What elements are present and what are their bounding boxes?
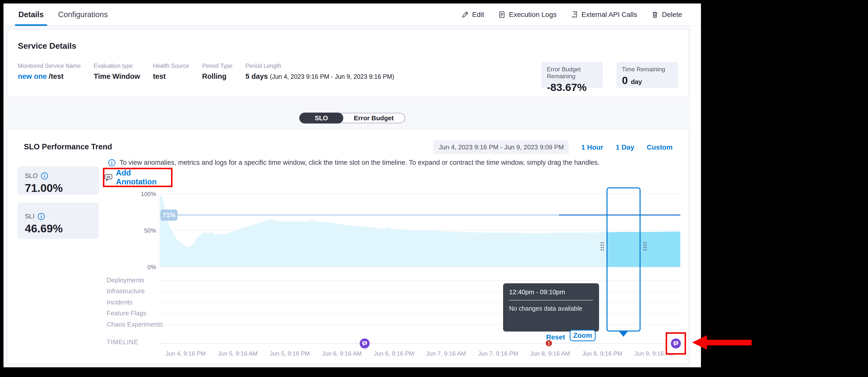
x-tick-label: Jun 7, 9:16 PM — [472, 350, 524, 357]
time-remaining-unit: day — [631, 78, 642, 86]
timeline-track[interactable] — [160, 343, 680, 344]
zoom-button[interactable]: Zoom — [570, 330, 595, 341]
ytick-100: 100% — [139, 191, 156, 197]
time-remaining-card: Time Remaining 0 day — [616, 62, 678, 88]
trash-icon — [651, 11, 659, 19]
timeline-label: TIMELINE — [106, 338, 138, 346]
row-label: Infrastructure — [106, 287, 145, 295]
row-track[interactable] — [160, 313, 679, 314]
delete-label: Delete — [662, 11, 682, 19]
x-tick-label: Jun 5, 9:16 AM — [212, 350, 264, 357]
execution-logs-label: Execution Logs — [509, 11, 556, 19]
view-toggle: SLO Error Budget — [299, 113, 405, 123]
x-tick-label: Jun 4, 9:16 PM — [160, 350, 212, 357]
ytick-50: 50% — [139, 227, 156, 234]
info-icon — [108, 159, 116, 166]
field-period-length: Period Length 5 days (Jun 4, 2023 9:16 P… — [245, 63, 394, 81]
x-tick-label: Jun 5, 9:16 PM — [264, 350, 316, 357]
tooltip-message: No changes data available — [509, 305, 593, 312]
objective-badge: 71% — [161, 210, 178, 221]
error-event-icon[interactable] — [546, 340, 552, 346]
document-icon — [498, 11, 506, 19]
toggle-slo[interactable]: SLO — [299, 113, 343, 124]
row-track[interactable] — [160, 280, 679, 281]
field-evaluation-type: Evaluation type Time Window — [94, 63, 140, 81]
comment-icon — [104, 174, 113, 181]
toggle-error-budget[interactable]: Error Budget — [343, 113, 405, 123]
left-drag-handle[interactable] — [600, 241, 604, 251]
tabs: Details Configurations — [19, 3, 108, 26]
error-budget-remaining-card: Error Budget Remaining -83.67% — [541, 62, 603, 88]
field-monitored-service: Monitored Service Name new one /test — [18, 63, 81, 81]
add-annotation-button[interactable]: Add Annotation — [116, 168, 171, 186]
tab-details[interactable]: Details — [19, 3, 44, 26]
sli-info-icon[interactable] — [37, 213, 45, 220]
external-api-calls-button[interactable]: API External API Calls — [570, 11, 637, 19]
row-label: Chaos Experiments — [106, 321, 163, 328]
changes-tooltip: 12:40pm - 09:10pm No changes data availa… — [503, 283, 599, 332]
service-details-title: Service Details — [18, 41, 76, 51]
slo-kpi-label: SLO — [25, 172, 38, 180]
slo-performance-trend-card: SLO Performance Trend Jun 4, 2023 9:16 P… — [7, 129, 688, 364]
monitored-service-link[interactable]: new one — [18, 72, 47, 80]
delete-button[interactable]: Delete — [651, 11, 682, 19]
error-budget-value: -83.67% — [547, 81, 597, 93]
annotation-icon-1[interactable] — [360, 338, 370, 349]
slo-kpi-card: SLO 71.00% — [18, 166, 99, 195]
external-api-calls-label: External API Calls — [581, 11, 637, 19]
service-details-card: Service Details Monitored Service Name n… — [7, 29, 688, 97]
selection-pointer — [619, 332, 628, 337]
time-window-selection[interactable] — [607, 187, 641, 332]
x-axis-labels: Jun 4, 9:16 PMJun 5, 9:16 AMJun 5, 9:16 … — [160, 350, 680, 357]
red-arrow-shaft — [707, 340, 752, 345]
x-tick-label: Jun 7, 9:16 AM — [420, 350, 472, 357]
svg-text:API: API — [572, 15, 576, 18]
sli-kpi-card: SLI 46.69% — [18, 202, 99, 239]
header-actions: Edit Execution Logs API External API Cal… — [461, 3, 682, 26]
edit-label: Edit — [472, 11, 484, 19]
annotation-highlight-box — [666, 332, 686, 355]
pencil-icon — [461, 11, 469, 19]
info-text: To view anomalies, metrics and logs for … — [120, 159, 599, 166]
tab-configurations[interactable]: Configurations — [58, 3, 108, 26]
date-range-chip[interactable]: Jun 4, 2023 9:16 PM - Jun 9, 2023 9:09 P… — [434, 140, 569, 154]
sli-area-chart[interactable] — [160, 189, 680, 271]
trend-title: SLO Performance Trend — [24, 143, 112, 151]
time-remaining-value: 0 day — [622, 74, 673, 87]
x-tick-label: Jun 6, 9:16 AM — [316, 350, 368, 357]
scrollbar-track[interactable] — [690, 26, 701, 367]
add-annotation-highlight: Add Annotation — [103, 168, 173, 187]
row-track[interactable] — [160, 324, 679, 325]
slo-kpi-value: 71.00% — [25, 182, 91, 195]
period-length-range: (Jun 4, 2023 9:16 PM - Jun 9, 2023 9:16 … — [270, 73, 394, 80]
row-label: Feature Flags — [106, 309, 146, 317]
app-window: Details Configurations Edit Execution Lo… — [3, 3, 701, 367]
x-tick-label: Jun 6, 9:16 PM — [368, 350, 420, 357]
monitored-service-suffix: /test — [49, 72, 64, 80]
x-tick-label: Jun 8, 9:16 PM — [576, 350, 628, 357]
field-period-type: Period Type Rolling — [202, 63, 232, 81]
row-label: Deployments — [106, 276, 145, 284]
range-button-1-day[interactable]: 1 Day — [616, 144, 634, 151]
range-button-custom[interactable]: Custom — [647, 144, 673, 151]
tooltip-time-range: 12:40pm - 09:10pm — [509, 288, 593, 296]
slo-info-icon[interactable] — [41, 172, 48, 180]
sli-kpi-label: SLI — [25, 213, 35, 220]
x-tick-label: Jun 8, 9:16 AM — [524, 350, 577, 357]
edit-button[interactable]: Edit — [461, 11, 484, 19]
tooltip-divider — [509, 300, 593, 301]
info-banner: To view anomalies, metrics and logs for … — [108, 159, 599, 166]
annotation-icon-2[interactable] — [671, 338, 681, 349]
sli-kpi-value: 46.69% — [25, 222, 91, 235]
field-health-source: Health Source test — [153, 63, 189, 81]
service-details-fields: Monitored Service Name new one /test Eva… — [18, 63, 394, 81]
red-arrow-icon — [692, 335, 707, 350]
range-button-1-hour[interactable]: 1 Hour — [581, 144, 603, 151]
execution-logs-button[interactable]: Execution Logs — [498, 11, 556, 19]
row-label: Incidents — [106, 299, 132, 306]
row-track[interactable] — [160, 303, 679, 303]
row-track[interactable] — [160, 291, 679, 292]
tab-bar: Details Configurations Edit Execution Lo… — [3, 3, 701, 26]
right-drag-handle[interactable] — [643, 241, 647, 251]
ytick-0: 0% — [139, 264, 156, 271]
